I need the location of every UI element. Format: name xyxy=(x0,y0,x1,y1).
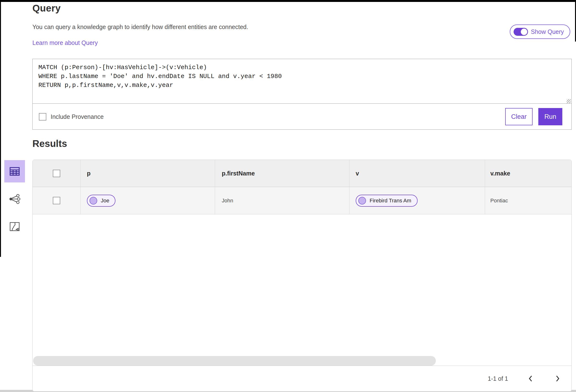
header-cell-select xyxy=(33,160,81,187)
window-edge-left xyxy=(0,2,1,257)
column-label: v xyxy=(356,170,359,177)
query-input[interactable]: MATCH (p:Person)-[hv:HasVehicle]->(v:Veh… xyxy=(33,59,572,104)
entity-pill-label: Firebird Trans Am xyxy=(370,198,411,204)
cell-value: Pontiac xyxy=(490,198,508,204)
show-query-label: Show Query xyxy=(531,28,564,35)
select-all-checkbox[interactable] xyxy=(53,170,60,177)
page-title: Query xyxy=(32,3,61,14)
header-cell-p-firstname[interactable]: p.firstName xyxy=(215,160,349,187)
column-label: p.firstName xyxy=(222,170,255,177)
column-label: p xyxy=(87,170,90,177)
toggle-knob xyxy=(521,29,527,35)
entity-pill-label: Joe xyxy=(101,198,109,204)
table-row[interactable]: Joe John Firebird Trans Am Pontiac xyxy=(33,187,572,214)
row-cell-p-firstname: John xyxy=(215,187,349,214)
map-view-button[interactable] xyxy=(4,215,25,238)
window-edge-top xyxy=(0,0,576,2)
header-cell-v[interactable]: v xyxy=(349,160,485,187)
query-actions-row: Include Provenance Clear Run xyxy=(33,104,572,129)
query-editor-panel: MATCH (p:Person)-[hv:HasVehicle]->(v:Veh… xyxy=(32,59,572,130)
previous-page-button[interactable] xyxy=(526,374,535,383)
show-query-toggle[interactable]: Show Query xyxy=(510,25,570,39)
toggle-switch-icon[interactable] xyxy=(514,28,528,36)
header-cell-p[interactable]: p xyxy=(81,160,215,187)
include-provenance-label: Include Provenance xyxy=(51,113,104,120)
run-button[interactable]: Run xyxy=(538,108,562,125)
column-label: v.make xyxy=(490,170,510,177)
include-provenance-checkbox[interactable] xyxy=(39,113,46,121)
cell-value: John xyxy=(222,198,233,204)
map-icon xyxy=(10,222,20,231)
row-cell-select xyxy=(33,187,81,214)
resize-grip-icon[interactable] xyxy=(567,99,571,103)
results-view-switcher xyxy=(4,160,25,238)
entity-pill-person[interactable]: Joe xyxy=(87,195,115,207)
window-edge-right xyxy=(575,2,576,41)
table-view-button[interactable] xyxy=(4,160,25,182)
horizontal-scrollbar xyxy=(33,356,571,366)
clear-button[interactable]: Clear xyxy=(505,108,533,125)
results-table-panel: p p.firstName v v.make Joe xyxy=(32,160,572,392)
page-description: You can query a knowledge graph to ident… xyxy=(32,24,248,30)
include-provenance-option[interactable]: Include Provenance xyxy=(39,113,104,121)
horizontal-scrollbar-thumb[interactable] xyxy=(33,356,436,366)
pagination-bar: 1-1 of 1 xyxy=(33,366,572,391)
row-cell-p: Joe xyxy=(81,187,215,214)
link-chart-view-button[interactable] xyxy=(4,188,25,210)
link-chart-icon xyxy=(9,194,20,204)
pagination-range-label: 1-1 of 1 xyxy=(488,375,508,382)
header-cell-v-make[interactable]: v.make xyxy=(485,160,572,187)
query-page: Query You can query a knowledge graph to… xyxy=(0,0,576,392)
chevron-left-icon xyxy=(528,375,533,382)
query-buttons: Clear Run xyxy=(505,108,562,125)
chevron-right-icon xyxy=(555,375,560,382)
entity-dot-icon xyxy=(358,197,366,205)
table-header-row: p p.firstName v v.make xyxy=(33,160,572,187)
learn-more-link[interactable]: Learn more about Query xyxy=(32,39,98,46)
row-cell-v-make: Pontiac xyxy=(485,187,572,214)
next-page-button[interactable] xyxy=(553,374,562,383)
row-cell-v: Firebird Trans Am xyxy=(349,187,485,214)
entity-pill-vehicle[interactable]: Firebird Trans Am xyxy=(356,195,418,207)
table-icon xyxy=(10,167,20,176)
entity-dot-icon xyxy=(89,197,97,205)
results-title: Results xyxy=(32,138,67,149)
row-checkbox[interactable] xyxy=(53,197,60,204)
